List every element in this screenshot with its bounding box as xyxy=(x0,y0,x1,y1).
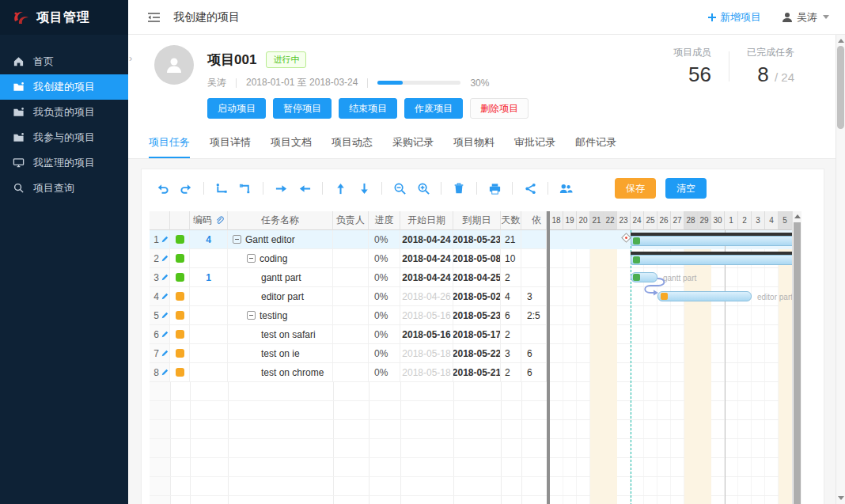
task-name-cell[interactable]: test on ie xyxy=(228,344,333,363)
critical-path-icon[interactable] xyxy=(522,180,538,196)
dependency-cell xyxy=(521,325,547,344)
app-title: 项目管理 xyxy=(36,9,90,26)
row-number: 3 xyxy=(150,268,170,287)
edit-pencil-icon[interactable] xyxy=(161,331,169,339)
scrollbar-thumb[interactable] xyxy=(837,46,844,129)
new-project-label: 新增项目 xyxy=(720,10,761,25)
start-date-cell: 2018-05-18 xyxy=(400,363,453,382)
sidebar-item-my-supervised-projects[interactable]: 我监理的项目 xyxy=(0,150,128,176)
sidebar-item-my-joined-projects[interactable]: 我参与的项目 xyxy=(0,125,128,150)
collapse-toggle-icon[interactable] xyxy=(233,235,241,244)
tab-project-documents[interactable]: 项目文档 xyxy=(271,135,312,158)
divider xyxy=(512,182,513,195)
gantt-scrollbar[interactable] xyxy=(792,211,801,504)
redo-icon[interactable] xyxy=(178,180,194,196)
scroll-down-arrow-icon[interactable] xyxy=(838,496,844,500)
task-name-cell[interactable]: coding xyxy=(228,249,333,268)
task-name-cell[interactable]: test on safari xyxy=(228,325,333,344)
task-row-testing[interactable]: 5 testing 0% 2018-05-16 2018-05-23 6 2:5 xyxy=(150,306,547,325)
sidebar-expand-handle[interactable]: › xyxy=(129,52,132,64)
header-end-date: 到期日 xyxy=(453,211,501,230)
timeline-day-weekend: 22 xyxy=(604,211,617,230)
task-row-test-on-chrome[interactable]: 8 test on chrome 0% 2018-05-18 2018-05-2… xyxy=(150,363,547,382)
move-up-icon[interactable] xyxy=(332,180,348,196)
tab-project-activity[interactable]: 项目动态 xyxy=(332,135,373,158)
void-project-button[interactable]: 作废项目 xyxy=(404,98,463,119)
task-bar-editor-part[interactable] xyxy=(657,291,752,301)
edit-pencil-icon[interactable] xyxy=(161,312,169,320)
tab-project-tasks[interactable]: 项目任务 xyxy=(149,135,190,158)
edit-pencil-icon[interactable] xyxy=(161,293,169,301)
sidebar-item-home[interactable]: 首页 xyxy=(0,49,128,74)
sidebar-item-my-created-projects[interactable]: 我创建的项目 xyxy=(0,74,128,100)
weekend-strip xyxy=(684,230,711,504)
tab-approval-records[interactable]: 审批记录 xyxy=(514,135,555,158)
tab-project-details[interactable]: 项目详情 xyxy=(210,135,251,158)
start-date-cell: 2018-04-24 xyxy=(400,268,453,287)
tab-mail-records[interactable]: 邮件记录 xyxy=(575,135,616,158)
header-task-name: 任务名称 xyxy=(228,211,333,230)
days-cell: 10 xyxy=(501,249,521,268)
task-name-cell[interactable]: gantt part xyxy=(228,268,333,287)
clear-button[interactable]: 清空 xyxy=(665,178,707,199)
logo-icon xyxy=(11,8,30,27)
finish-project-button[interactable]: 结束项目 xyxy=(339,98,397,119)
indent-icon[interactable] xyxy=(273,180,289,196)
edit-pencil-icon[interactable] xyxy=(161,369,169,377)
edit-pencil-icon[interactable] xyxy=(161,350,169,358)
move-down-icon[interactable] xyxy=(356,180,372,196)
edit-pencil-icon[interactable] xyxy=(161,274,169,282)
task-name-cell[interactable]: test on chrome xyxy=(228,363,333,382)
task-bar-gantt-editor[interactable] xyxy=(631,236,792,246)
menu-fold-icon[interactable] xyxy=(147,12,161,23)
edit-pencil-icon[interactable] xyxy=(161,236,169,244)
scroll-up-arrow-icon[interactable] xyxy=(838,39,844,43)
collapse-toggle-icon[interactable] xyxy=(247,254,256,263)
scroll-up-arrow-icon[interactable] xyxy=(794,214,801,218)
collapse-toggle-icon[interactable] xyxy=(247,311,256,320)
progress-fill xyxy=(377,81,403,85)
days-cell: 21 xyxy=(501,230,521,249)
task-name-cell[interactable]: Gantt editor xyxy=(228,230,333,249)
edit-pencil-icon[interactable] xyxy=(161,255,169,263)
task-name-cell[interactable]: testing xyxy=(228,306,333,325)
code-cell: 1 xyxy=(190,268,228,287)
link-tasks-icon[interactable] xyxy=(214,180,229,196)
start-project-button[interactable]: 启动项目 xyxy=(207,98,266,119)
dependency-cell xyxy=(521,249,547,268)
folder-icon xyxy=(13,106,25,119)
task-row-test-on-safari[interactable]: 6 test on safari 0% 2018-05-16 2018-05-1… xyxy=(150,325,547,344)
pause-project-button[interactable]: 暂停项目 xyxy=(273,98,332,119)
row-number: 6 xyxy=(150,325,170,344)
outdent-icon[interactable] xyxy=(297,180,313,196)
sidebar-item-my-responsible-projects[interactable]: 我负责的项目 xyxy=(0,100,128,125)
task-row-gantt-part[interactable]: 3 1 gantt part 0% 2018-04-24 2018-04-25 … xyxy=(150,268,547,287)
task-bar-coding[interactable] xyxy=(631,255,792,265)
save-button[interactable]: 保存 xyxy=(615,178,656,199)
task-row-coding[interactable]: 2 coding 0% 2018-04-24 2018-05-08 10 xyxy=(150,249,547,268)
folder-icon xyxy=(13,81,25,93)
print-icon[interactable] xyxy=(487,180,502,196)
user-menu[interactable]: 吴涛 xyxy=(782,10,829,25)
unlink-tasks-icon[interactable] xyxy=(237,180,253,196)
timeline-day: 4 xyxy=(765,211,779,230)
zoom-in-icon[interactable] xyxy=(415,180,431,196)
scrollbar-thumb[interactable] xyxy=(794,222,801,504)
task-row-editor-part[interactable]: 4 editor part 0% 2018-04-26 2018-05-02 4… xyxy=(150,287,547,306)
task-row-test-on-ie[interactable]: 7 test on ie 0% 2018-05-18 2018-05-22 3 … xyxy=(150,344,547,363)
undo-icon[interactable] xyxy=(154,180,170,196)
sidebar-menu: 首页 我创建的项目 我负责的项目 我参与的项目 我监理的项目 项目查询 xyxy=(0,49,128,201)
stat-suffix: / 24 xyxy=(775,70,794,84)
page-scrollbar[interactable] xyxy=(836,35,845,504)
resources-icon[interactable] xyxy=(558,180,574,196)
delete-project-button[interactable]: 删除项目 xyxy=(470,98,529,119)
sidebar-item-project-search[interactable]: 项目查询 xyxy=(0,176,128,201)
task-row-gantt-editor[interactable]: 1 4 Gantt editor 0% 2018-04-24 2018-05-2… xyxy=(150,230,547,249)
owner-cell xyxy=(333,306,369,325)
delete-task-icon[interactable] xyxy=(451,180,467,196)
tab-purchase-records[interactable]: 采购记录 xyxy=(392,135,434,158)
zoom-out-icon[interactable] xyxy=(392,180,407,196)
task-name-cell[interactable]: editor part xyxy=(228,287,333,306)
new-project-button[interactable]: 新增项目 xyxy=(707,10,761,25)
tab-project-materials[interactable]: 项目物料 xyxy=(453,135,494,158)
